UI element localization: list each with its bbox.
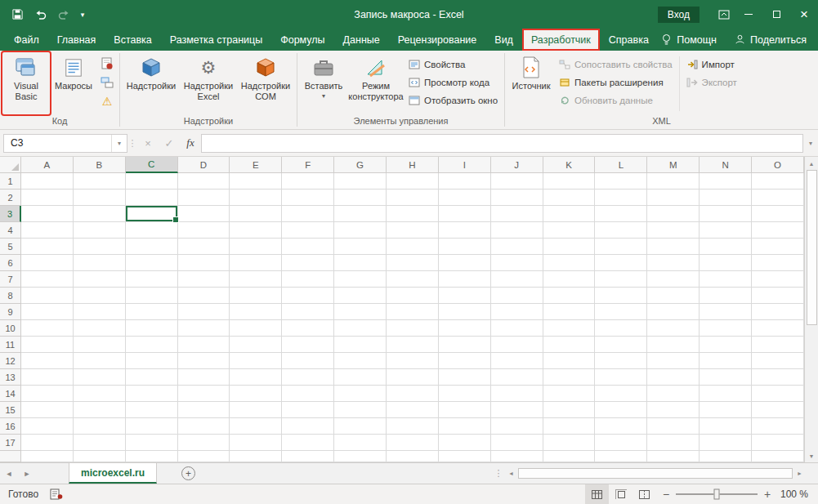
cell-O9[interactable] [752,304,804,320]
cell-H13[interactable] [387,369,439,386]
properties-button[interactable]: Свойства [405,56,502,74]
tab-help[interactable]: Справка [600,29,658,51]
cell-F17[interactable] [282,435,334,451]
cell-F9[interactable] [282,304,334,320]
cell-O8[interactable] [752,288,804,304]
cell-G10[interactable] [334,320,387,337]
cell-J13[interactable] [491,369,543,386]
column-header-O[interactable]: O [752,157,804,173]
cell-E2[interactable] [230,190,282,206]
cell-M10[interactable] [647,320,700,337]
cell-D13[interactable] [178,369,230,386]
cell-B6[interactable] [74,255,126,271]
cell-O5[interactable] [752,239,804,255]
confirm-entry-button[interactable]: ✓ [159,134,180,153]
tab-insert[interactable]: Вставка [105,29,160,51]
cell-J11[interactable] [491,337,543,353]
cell-I6[interactable] [439,255,491,271]
row-header-16[interactable]: 16 [0,418,21,435]
cell-B11[interactable] [74,337,126,353]
row-header-12[interactable]: 12 [0,353,21,369]
cell-K14[interactable] [543,386,596,402]
redo-button[interactable] [52,3,74,25]
tab-home[interactable]: Главная [48,29,105,51]
cell-C15[interactable] [126,402,178,418]
cell-J7[interactable] [491,271,543,288]
undo-button[interactable] [29,3,51,25]
cell-M5[interactable] [647,239,700,255]
scroll-up-icon[interactable]: ▲ [805,157,818,170]
cell-K8[interactable] [543,288,596,304]
column-header-D[interactable]: D [178,157,230,173]
cell-G1[interactable] [334,173,387,190]
row-header-11[interactable]: 11 [0,337,21,353]
cell-L10[interactable] [595,320,647,337]
cell-K2[interactable] [543,190,596,206]
cell-J12[interactable] [491,353,543,369]
cell-D4[interactable] [178,222,230,239]
cell-N13[interactable] [700,369,752,386]
cell-F15[interactable] [282,402,334,418]
column-header-C[interactable]: C [126,157,178,173]
cell-E8[interactable] [230,288,282,304]
column-header-E[interactable]: E [230,157,282,173]
cell-F8[interactable] [282,288,334,304]
cell-H16[interactable] [387,418,439,435]
row-header-6[interactable]: 6 [0,255,21,271]
cell-D11[interactable] [178,337,230,353]
cell-I9[interactable] [439,304,491,320]
formula-input[interactable] [201,134,803,153]
cell-C5[interactable] [126,239,178,255]
cell-E15[interactable] [230,402,282,418]
column-header-J[interactable]: J [491,157,543,173]
cell-M1[interactable] [647,173,700,190]
row-header-8[interactable]: 8 [0,288,21,304]
cell-H12[interactable] [387,353,439,369]
cell-D15[interactable] [178,402,230,418]
cell-L14[interactable] [595,386,647,402]
cell-O4[interactable] [752,222,804,239]
cell-H11[interactable] [387,337,439,353]
cell-D9[interactable] [178,304,230,320]
cell-C13[interactable] [126,369,178,386]
cell-L17[interactable] [595,435,647,451]
column-header-I[interactable]: I [439,157,491,173]
cell-B4[interactable] [74,222,126,239]
cell-B15[interactable] [74,402,126,418]
cell-L2[interactable] [595,190,647,206]
cell-O16[interactable] [752,418,804,435]
row-header-15[interactable]: 15 [0,402,21,418]
cell-C8[interactable] [126,288,178,304]
insert-controls-button[interactable]: Вставить ▾ [300,52,347,114]
cell-N14[interactable] [700,386,752,402]
cell-G12[interactable] [334,353,387,369]
cell-J1[interactable] [491,173,543,190]
cell-G14[interactable] [334,386,387,402]
xml-source-button[interactable]: Источник [507,52,555,114]
cell-N2[interactable] [700,190,752,206]
expand-formula-bar-icon[interactable]: ▾ [803,140,818,147]
cell-G11[interactable] [334,337,387,353]
new-sheet-button[interactable]: + [181,466,195,480]
cell-M9[interactable] [647,304,700,320]
row-header-13[interactable]: 13 [0,369,21,386]
com-addins-button[interactable]: Надстройки COM [237,52,294,114]
tab-data[interactable]: Данные [334,29,389,51]
cell-E17[interactable] [230,435,282,451]
cell-E6[interactable] [230,255,282,271]
sign-in-button[interactable]: Вход [658,7,700,23]
cell-E3[interactable] [230,206,282,222]
cancel-entry-button[interactable]: × [137,134,159,153]
cell-E5[interactable] [230,239,282,255]
cell-J3[interactable] [491,206,543,222]
cell-D1[interactable] [178,173,230,190]
cell-E9[interactable] [230,304,282,320]
cell-L9[interactable] [595,304,647,320]
cell-N1[interactable] [700,173,752,190]
cell-A16[interactable] [21,418,74,435]
cell-J14[interactable] [491,386,543,402]
cell-G3[interactable] [334,206,387,222]
cell-F16[interactable] [282,418,334,435]
cell-H9[interactable] [387,304,439,320]
cell-L12[interactable] [595,353,647,369]
